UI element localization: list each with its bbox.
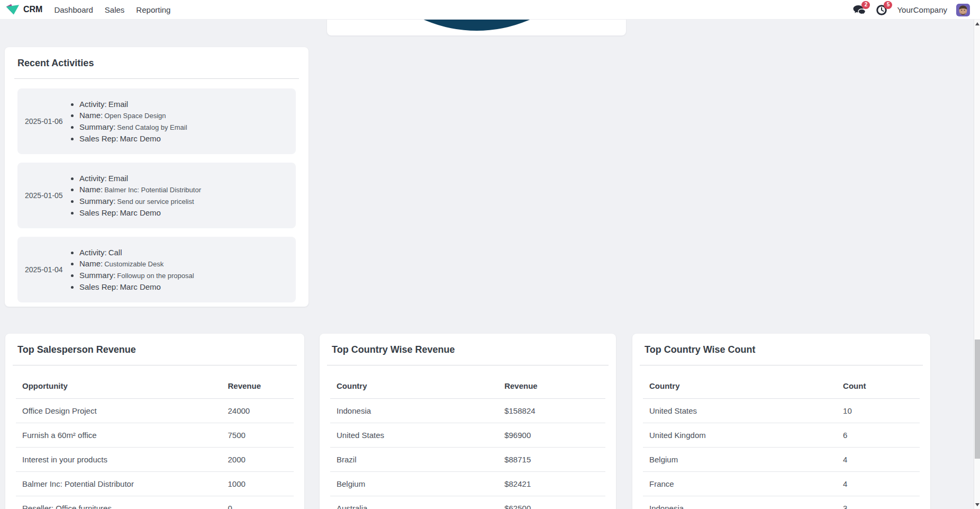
top-country-wise-revenue-card: Top Country Wise Revenue Country Revenue… bbox=[320, 334, 616, 509]
row-label-cell: Interest in your products bbox=[16, 448, 222, 472]
row-label-cell: Indonesia bbox=[643, 496, 837, 509]
row-value-cell: 6 bbox=[837, 423, 920, 448]
table-title: Top Salesperson Revenue bbox=[16, 343, 294, 356]
activity-entry: 2025-01-06 Activity:Email Name:Open Spac… bbox=[17, 88, 296, 154]
activity-type-line: Activity:Email bbox=[79, 99, 187, 110]
divider bbox=[14, 78, 299, 79]
column-header: Revenue bbox=[222, 365, 294, 399]
table-row: Belgium4 bbox=[643, 448, 920, 472]
table-title: Top Country Wise Revenue bbox=[330, 343, 605, 356]
activity-summary-line: Summary:Send Catalog by Email bbox=[79, 121, 187, 133]
app-brand[interactable]: CRM bbox=[5, 4, 42, 15]
row-label-cell: Office Design Project bbox=[16, 399, 222, 423]
vertical-scrollbar[interactable] bbox=[974, 20, 980, 509]
table-row: Indonesia$158824 bbox=[330, 399, 605, 423]
scroll-down-arrow-icon[interactable] bbox=[975, 503, 979, 506]
row-label-cell: Indonesia bbox=[330, 399, 498, 423]
activities-count-badge: 5 bbox=[884, 1, 892, 9]
row-label-cell: United States bbox=[643, 399, 837, 423]
activity-summary-line: Summary:Followup on the proposal bbox=[79, 270, 194, 281]
pie-chart-card bbox=[327, 20, 626, 35]
row-label-cell: France bbox=[643, 472, 837, 496]
table-row: Office Design Project24000 bbox=[16, 399, 294, 423]
table-row: United States$96900 bbox=[330, 423, 605, 448]
top-country-wise-revenue-table: Country Revenue Indonesia$158824United S… bbox=[330, 365, 605, 509]
table-row: Reseller: Office furnitures0 bbox=[16, 496, 294, 509]
activity-entries: 2025-01-06 Activity:Email Name:Open Spac… bbox=[17, 88, 296, 302]
row-value-cell: $88715 bbox=[498, 448, 605, 472]
table-row: Furnish a 60m² office7500 bbox=[16, 423, 294, 448]
top-country-wise-count-table: Country Count United States10United King… bbox=[643, 365, 920, 509]
row-label-cell: Australia bbox=[330, 496, 498, 509]
row-label-cell: Belgium bbox=[330, 472, 498, 496]
activity-summary-line: Summary:Send our service pricelist bbox=[79, 195, 201, 207]
activity-salesrep-line: Sales Rep:Marc Demo bbox=[79, 133, 187, 144]
activity-salesrep-line: Sales Rep:Marc Demo bbox=[79, 207, 201, 218]
column-header: Count bbox=[837, 365, 920, 399]
table-row: Balmer Inc: Potential Distributor1000 bbox=[16, 472, 294, 496]
activity-date: 2025-01-04 bbox=[17, 265, 67, 274]
top-salesperson-revenue-table: Opportunity Revenue Office Design Projec… bbox=[16, 365, 294, 509]
table-row: Australia$62500 bbox=[330, 496, 605, 509]
activity-entry: 2025-01-04 Activity:Call Name:Customizab… bbox=[17, 237, 296, 302]
activity-type-line: Activity:Call bbox=[79, 247, 194, 258]
activity-type-line: Activity:Email bbox=[79, 173, 201, 184]
row-value-cell: 10 bbox=[837, 399, 920, 423]
row-value-cell: 7500 bbox=[222, 423, 294, 448]
column-header: Opportunity bbox=[16, 365, 222, 399]
column-header: Country bbox=[643, 365, 837, 399]
table-row: Brazil$88715 bbox=[330, 448, 605, 472]
table-row: France4 bbox=[643, 472, 920, 496]
row-value-cell: 24000 bbox=[222, 399, 294, 423]
column-header: Revenue bbox=[498, 365, 605, 399]
activity-date: 2025-01-06 bbox=[17, 117, 67, 126]
row-value-cell: $82421 bbox=[498, 472, 605, 496]
recent-activities-title: Recent Activities bbox=[17, 57, 296, 69]
top-country-wise-count-card: Top Country Wise Count Country Count Uni… bbox=[632, 334, 930, 509]
pie-chart-partial bbox=[344, 20, 609, 31]
activity-name-line: Name:Balmer Inc: Potential Distributor bbox=[79, 184, 201, 195]
row-value-cell: $158824 bbox=[498, 399, 605, 423]
row-label-cell: United Kingdom bbox=[643, 423, 837, 448]
recent-activities-card: Recent Activities 2025-01-06 Activity:Em… bbox=[5, 47, 308, 307]
table-row: Interest in your products2000 bbox=[16, 448, 294, 472]
crm-logo-icon bbox=[5, 4, 20, 15]
activity-salesrep-line: Sales Rep:Marc Demo bbox=[79, 281, 194, 292]
table-title: Top Country Wise Count bbox=[643, 343, 920, 356]
row-value-cell: 3 bbox=[837, 496, 920, 509]
messages-count-badge: 2 bbox=[861, 1, 870, 9]
messages-button[interactable]: 2 bbox=[852, 4, 866, 16]
row-label-cell: Furnish a 60m² office bbox=[16, 423, 222, 448]
activities-button[interactable]: 5 bbox=[875, 4, 888, 16]
row-value-cell: 4 bbox=[837, 472, 920, 496]
company-name[interactable]: YourCompany bbox=[897, 5, 947, 14]
row-label-cell: Brazil bbox=[330, 448, 498, 472]
table-row: United Kingdom6 bbox=[643, 423, 920, 448]
row-label-cell: Reseller: Office furnitures bbox=[16, 496, 222, 509]
table-row: Belgium$82421 bbox=[330, 472, 605, 496]
column-header: Country bbox=[330, 365, 498, 399]
activity-name-line: Name:Customizable Desk bbox=[79, 258, 194, 270]
activity-name-line: Name:Open Space Design bbox=[79, 110, 187, 121]
scroll-up-arrow-icon[interactable] bbox=[975, 22, 979, 25]
nav-item-sales[interactable]: Sales bbox=[105, 5, 125, 14]
scrollbar-thumb[interactable] bbox=[975, 340, 980, 459]
row-label-cell: Belgium bbox=[643, 448, 837, 472]
row-value-cell: 4 bbox=[837, 448, 920, 472]
app-name: CRM bbox=[23, 5, 42, 14]
row-value-cell: $62500 bbox=[498, 496, 605, 509]
dashboard-content: Recent Activities 2025-01-06 Activity:Em… bbox=[0, 20, 980, 509]
table-row: Indonesia3 bbox=[643, 496, 920, 509]
user-avatar[interactable] bbox=[956, 4, 970, 16]
activity-entry: 2025-01-05 Activity:Email Name:Balmer In… bbox=[17, 163, 296, 228]
top-salesperson-revenue-card: Top Salesperson Revenue Opportunity Reve… bbox=[5, 334, 304, 509]
table-row: United States10 bbox=[643, 399, 920, 423]
nav-item-dashboard[interactable]: Dashboard bbox=[54, 5, 93, 14]
row-value-cell: 1000 bbox=[222, 472, 294, 496]
row-value-cell: 0 bbox=[222, 496, 294, 509]
nav-item-reporting[interactable]: Reporting bbox=[136, 5, 170, 14]
row-value-cell: $96900 bbox=[498, 423, 605, 448]
activity-date: 2025-01-05 bbox=[17, 191, 67, 200]
row-label-cell: United States bbox=[330, 423, 498, 448]
row-value-cell: 2000 bbox=[222, 448, 294, 472]
